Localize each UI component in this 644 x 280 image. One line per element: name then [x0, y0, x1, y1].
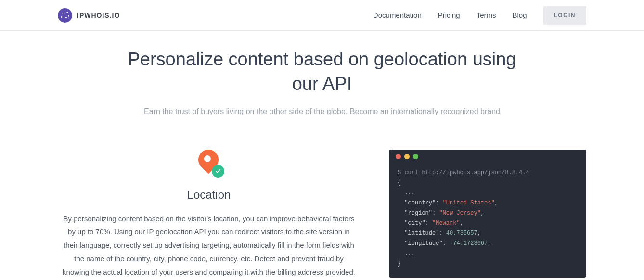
- nav-terms[interactable]: Terms: [477, 11, 496, 19]
- nav-documentation[interactable]: Documentation: [373, 11, 422, 19]
- terminal-body: $ curl http://ipwhois.app/json/8.8.4.4 {…: [389, 164, 586, 278]
- main-nav: Documentation Pricing Terms Blog LOGIN: [373, 6, 586, 25]
- feature-title: Location: [63, 188, 355, 202]
- logo-text: IPWHOIS.IO: [77, 12, 120, 19]
- terminal-command: $ curl http://ipwhois.app/json/8.8.4.4: [398, 169, 529, 176]
- nav-pricing[interactable]: Pricing: [438, 11, 460, 19]
- login-button[interactable]: LOGIN: [543, 6, 587, 25]
- logo-icon: [58, 8, 72, 23]
- logo[interactable]: IPWHOIS.IO: [58, 8, 120, 23]
- location-pin-icon: [196, 150, 221, 180]
- hero-title: Personalize content based on geolocation…: [125, 47, 519, 97]
- checkmark-icon: [212, 165, 224, 178]
- feature-column: Location By personalizing content based …: [58, 150, 360, 279]
- site-header: IPWHOIS.IO Documentation Pricing Terms B…: [0, 0, 644, 31]
- window-zoom-icon: [413, 154, 418, 159]
- code-terminal: $ curl http://ipwhois.app/json/8.8.4.4 {…: [389, 150, 586, 278]
- hero-subtitle: Earn the trust of buyers living on the o…: [58, 107, 586, 116]
- window-minimize-icon: [404, 154, 410, 159]
- terminal-titlebar: [389, 150, 586, 164]
- nav-blog[interactable]: Blog: [512, 11, 527, 19]
- feature-description: By personalizing content based on the vi…: [63, 212, 355, 279]
- window-close-icon: [396, 154, 401, 159]
